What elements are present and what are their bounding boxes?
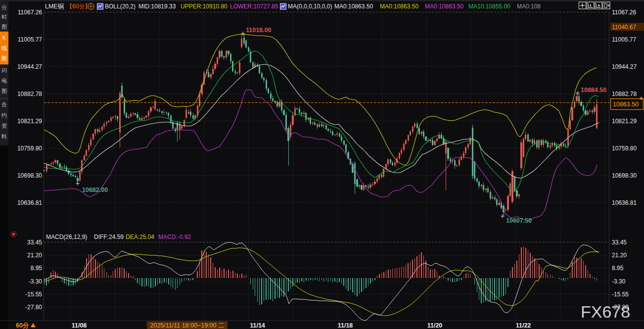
svg-text:21.20: 21.20 (612, 252, 627, 259)
svg-text:11018.00: 11018.00 (246, 27, 271, 34)
svg-text:-27.80: -27.80 (25, 304, 42, 311)
svg-text:11005.77: 11005.77 (18, 36, 42, 43)
svg-text:10636.81: 10636.81 (17, 199, 42, 206)
svg-text:-3.30: -3.30 (29, 278, 43, 285)
svg-text:10884.50: 10884.50 (581, 87, 606, 94)
svg-text:10698.30: 10698.30 (612, 172, 637, 179)
svg-text:10821.29: 10821.29 (17, 118, 42, 125)
svg-text:时: 时 (1, 14, 7, 20)
svg-text:10759.80: 10759.80 (17, 145, 42, 152)
svg-text:10607.50: 10607.50 (506, 217, 532, 224)
svg-text:LME铜: LME铜 (45, 3, 64, 10)
svg-text:UPPER:10910.80: UPPER:10910.80 (181, 3, 228, 10)
svg-text:图: 图 (1, 24, 7, 30)
svg-text:闪: 闪 (1, 67, 7, 73)
svg-text:11/14: 11/14 (250, 322, 265, 329)
svg-text:60分: 60分 (16, 322, 29, 329)
svg-text:图: 图 (1, 55, 7, 61)
svg-text:FX678: FX678 (581, 302, 630, 321)
svg-text:11/18: 11/18 (338, 322, 353, 329)
svg-text:MA0:10863.50: MA0:10863.50 (425, 3, 463, 10)
svg-text:-15.55: -15.55 (25, 291, 42, 298)
svg-text:8.95: 8.95 (31, 265, 43, 272)
svg-text:10944.27: 10944.27 (612, 63, 637, 70)
svg-text:2025/11/11 18:00~19:00 二: 2025/11/11 18:00~19:00 二 (150, 322, 224, 329)
svg-text:10882.78: 10882.78 (17, 91, 42, 97)
svg-text:11/08: 11/08 (72, 322, 87, 329)
svg-text:11/22: 11/22 (516, 322, 531, 329)
svg-text:MACD(26,12,9): MACD(26,12,9) (46, 234, 87, 240)
svg-text:10882.78: 10882.78 (612, 91, 637, 97)
svg-text:LOWER:10727.85: LOWER:10727.85 (230, 3, 278, 10)
svg-text:资: 资 (1, 123, 7, 129)
svg-text:K: K (2, 35, 6, 41)
svg-text:10944.27: 10944.27 (17, 63, 42, 70)
svg-text:10863.50: 10863.50 (613, 101, 639, 108)
svg-text:33.45: 33.45 (612, 239, 627, 246)
svg-text:11040.67: 11040.67 (612, 24, 636, 31)
svg-text:料: 料 (1, 134, 7, 140)
svg-text:MA0:108: MA0:108 (517, 3, 541, 10)
svg-text:MA(0,0,0,10,0,0): MA(0,0,0,10,0,0) (288, 3, 332, 10)
svg-text:11/20: 11/20 (427, 322, 443, 329)
svg-text:DIFF:24.59: DIFF:24.59 (94, 234, 124, 240)
svg-text:线: 线 (1, 45, 7, 51)
svg-text:10759.80: 10759.80 (612, 145, 637, 152)
svg-text:MID:10819.33: MID:10819.33 (138, 3, 176, 10)
svg-text:33.45: 33.45 (27, 239, 42, 246)
svg-text:11067.26: 11067.26 (612, 9, 636, 16)
svg-text:11067.26: 11067.26 (18, 9, 42, 16)
svg-text:21.20: 21.20 (27, 252, 42, 259)
svg-text:10636.81: 10636.81 (612, 199, 637, 206)
svg-text:电: 电 (1, 78, 7, 84)
svg-text:合: 合 (1, 101, 7, 107)
svg-text:MA0:10863.50: MA0:10863.50 (334, 3, 373, 10)
svg-text:分: 分 (1, 4, 7, 10)
svg-text:10682.00: 10682.00 (82, 187, 108, 193)
svg-text:BOLL(20,2): BOLL(20,2) (105, 3, 136, 10)
svg-text:约: 约 (1, 112, 7, 118)
svg-text:图: 图 (1, 88, 7, 94)
svg-text:MA0:10863.50: MA0:10863.50 (380, 3, 418, 10)
svg-text:DEA:25.04: DEA:25.04 (126, 234, 154, 240)
svg-text:10821.29: 10821.29 (612, 118, 637, 125)
svg-text:-15.55: -15.55 (612, 291, 629, 298)
svg-text:-3.30: -3.30 (612, 278, 626, 285)
svg-text:8.95: 8.95 (612, 265, 624, 272)
svg-text:【60分】: 【60分】 (66, 3, 91, 10)
svg-text:MA10:10855.00: MA10:10855.00 (468, 3, 510, 10)
svg-text:MACD:-0.92: MACD:-0.92 (158, 234, 191, 240)
svg-text:10698.30: 10698.30 (17, 172, 42, 179)
svg-text:11005.77: 11005.77 (612, 36, 636, 43)
